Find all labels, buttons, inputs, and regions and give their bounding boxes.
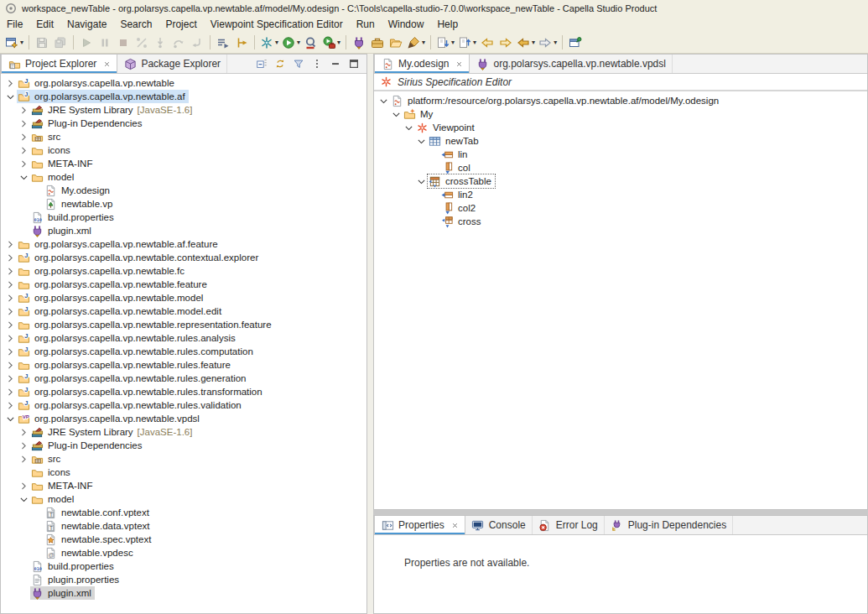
tree-row[interactable]: org.polarsys.capella.vp.newtable.feature bbox=[1, 278, 366, 291]
tree-row[interactable]: crossTable bbox=[374, 174, 867, 188]
tree-row[interactable]: src bbox=[1, 452, 366, 466]
tree-row[interactable]: Tnewtable.conf.vptext bbox=[1, 506, 366, 519]
tab-properties[interactable]: Properties bbox=[374, 516, 465, 534]
prev-annotation-button[interactable]: ▾ bbox=[456, 34, 478, 52]
tree-row[interactable]: cross bbox=[374, 215, 867, 228]
menu-project[interactable]: Project bbox=[159, 18, 203, 31]
dropdown-caret-icon[interactable]: ▾ bbox=[336, 39, 340, 46]
tree-row[interactable]: model bbox=[1, 492, 366, 506]
close-icon[interactable] bbox=[103, 60, 111, 68]
dropdown-caret-icon[interactable]: ▾ bbox=[296, 39, 300, 46]
tree-row[interactable]: VPorg.polarsys.capella.vp.newtable.vpdsl bbox=[1, 412, 366, 425]
close-icon[interactable] bbox=[455, 60, 463, 68]
dropdown-caret-icon[interactable]: ▾ bbox=[553, 39, 557, 46]
tree-row[interactable]: Jorg.polarsys.capella.vp.newtable.rules.… bbox=[1, 385, 366, 398]
tree-row[interactable]: My bbox=[374, 107, 867, 121]
tree-row[interactable]: src bbox=[1, 130, 366, 143]
chevron-down-icon[interactable] bbox=[18, 493, 30, 505]
chevron-down-icon[interactable] bbox=[403, 122, 415, 133]
new-wizard-button[interactable]: ▾ bbox=[3, 34, 25, 52]
tree-row[interactable]: Jorg.polarsys.capella.vp.newtable.af bbox=[1, 90, 366, 103]
chevron-right-icon[interactable] bbox=[4, 332, 17, 344]
tab-console[interactable]: Console bbox=[465, 516, 533, 534]
chevron-down-icon[interactable] bbox=[4, 413, 17, 424]
collapse-all-icon[interactable] bbox=[256, 58, 268, 70]
chevron-right-icon[interactable] bbox=[18, 144, 30, 156]
dropdown-caret-icon[interactable]: ▾ bbox=[472, 39, 476, 46]
chevron-right-icon[interactable] bbox=[18, 104, 30, 116]
chevron-right-icon[interactable] bbox=[4, 252, 17, 263]
menu-window[interactable]: Window bbox=[382, 18, 431, 31]
tree-row[interactable]: META-INF bbox=[1, 479, 366, 492]
tree-row[interactable]: 010build.properties bbox=[1, 559, 366, 573]
tree-row[interactable]: Jorg.polarsys.capella.vp.newtable.rules.… bbox=[1, 331, 366, 345]
tree-row[interactable]: Jorg.polarsys.capella.vp.newtable.model bbox=[1, 291, 366, 304]
tree-row[interactable]: org.polarsys.capella.vp.newtable.represe… bbox=[1, 318, 366, 331]
maximize-icon[interactable] bbox=[348, 58, 360, 70]
dropdown-caret-icon[interactable]: ▾ bbox=[421, 39, 425, 46]
tree-row[interactable]: org.polarsys.capella.vp.newtable.fc bbox=[1, 264, 366, 278]
tree-row[interactable]: Viewpoint bbox=[374, 121, 867, 134]
tab-package-explorer[interactable]: Package Explorer bbox=[117, 55, 227, 73]
menu-edit[interactable]: Edit bbox=[29, 18, 60, 31]
tree-row[interactable]: model bbox=[1, 170, 366, 184]
link-with-editor-icon[interactable] bbox=[274, 58, 286, 70]
tree-row[interactable]: newtable.vp bbox=[1, 197, 366, 211]
tab-error-log[interactable]: Error Log bbox=[533, 516, 605, 534]
chevron-down-icon[interactable] bbox=[18, 171, 30, 183]
menu-file[interactable]: File bbox=[0, 18, 29, 31]
coverage-button[interactable] bbox=[302, 34, 320, 52]
tab-org-polarsys-capella-vp-newtable-vpdsl[interactable]: org.polarsys.capella.vp.newtable.vpdsl bbox=[470, 55, 672, 73]
tree-row[interactable]: Plug-in Dependencies bbox=[1, 117, 366, 130]
chevron-right-icon[interactable] bbox=[18, 131, 30, 143]
chevron-right-icon[interactable] bbox=[4, 292, 17, 304]
minimize-icon[interactable] bbox=[330, 58, 341, 70]
prev-edit-location-button[interactable] bbox=[478, 34, 496, 52]
tree-row[interactable]: Jorg.polarsys.capella.vp.newtable.model.… bbox=[1, 304, 366, 318]
chevron-right-icon[interactable] bbox=[4, 238, 17, 250]
chevron-right-icon[interactable] bbox=[18, 158, 30, 169]
chevron-right-icon[interactable] bbox=[4, 278, 17, 290]
run-button[interactable]: ▾ bbox=[280, 34, 302, 52]
tree-row[interactable]: col2 bbox=[374, 201, 867, 215]
chevron-down-icon[interactable] bbox=[377, 95, 390, 107]
tree-row[interactable]: Jorg.polarsys.capella.vp.newtable.rules.… bbox=[1, 372, 366, 385]
chevron-down-icon[interactable] bbox=[4, 91, 17, 102]
dropdown-caret-icon[interactable]: ▾ bbox=[274, 39, 278, 46]
chevron-right-icon[interactable] bbox=[4, 305, 17, 317]
menu-help[interactable]: Help bbox=[430, 18, 465, 31]
chevron-down-icon[interactable] bbox=[415, 135, 428, 147]
tree-row[interactable]: Plug-in Dependencies bbox=[1, 439, 366, 452]
tree-row[interactable]: Jorg.polarsys.capella.vp.newtable.rules.… bbox=[1, 345, 366, 358]
lines-arrow-button[interactable] bbox=[214, 34, 232, 52]
next-edit-location-button[interactable] bbox=[496, 34, 515, 52]
close-icon[interactable] bbox=[451, 522, 459, 529]
tree-row[interactable]: Tnewtable.data.vptext bbox=[1, 519, 366, 533]
tree-row[interactable]: platform:/resource/org.polarsys.capella.… bbox=[374, 94, 867, 107]
debug-button[interactable]: ▾ bbox=[258, 34, 280, 52]
tree-row[interactable]: col bbox=[374, 161, 867, 174]
dropdown-caret-icon[interactable]: ▾ bbox=[19, 39, 23, 46]
chevron-right-icon[interactable] bbox=[18, 453, 30, 465]
chevron-right-icon[interactable] bbox=[4, 319, 17, 330]
next-annotation-button[interactable]: ▾ bbox=[434, 34, 456, 52]
vertical-sash[interactable] bbox=[367, 54, 373, 614]
tree-row[interactable]: plugin.xml bbox=[1, 224, 366, 237]
tree-row[interactable]: icons bbox=[1, 143, 366, 157]
tree-row[interactable]: JRE System Library[JavaSE-1.6] bbox=[1, 425, 366, 439]
tree-row[interactable]: META-INF bbox=[1, 157, 366, 170]
chevron-right-icon[interactable] bbox=[18, 480, 30, 492]
tab-plug-in-dependencies[interactable]: Plug-in Dependencies bbox=[605, 516, 733, 534]
menu-navigate[interactable]: Navigate bbox=[60, 18, 113, 31]
plugin-artifact-button[interactable] bbox=[368, 34, 387, 52]
tree-row[interactable]: newTab bbox=[374, 134, 867, 148]
chevron-right-icon[interactable] bbox=[18, 426, 30, 438]
tab-project-explorer[interactable]: Project Explorer bbox=[1, 55, 117, 73]
tree-row[interactable]: 010build.properties bbox=[1, 211, 366, 224]
external-tools-button[interactable]: ▾ bbox=[320, 34, 342, 52]
forward-button[interactable]: ▾ bbox=[537, 34, 559, 52]
tree-row[interactable]: Jorg.polarsys.capella.vp.newtable.rules.… bbox=[1, 398, 366, 412]
tree-row[interactable]: Jorg.polarsys.capella.vp.newtable.contex… bbox=[1, 251, 366, 264]
filter-icon[interactable] bbox=[293, 58, 304, 70]
tree-row[interactable]: My.odesign bbox=[1, 184, 366, 197]
